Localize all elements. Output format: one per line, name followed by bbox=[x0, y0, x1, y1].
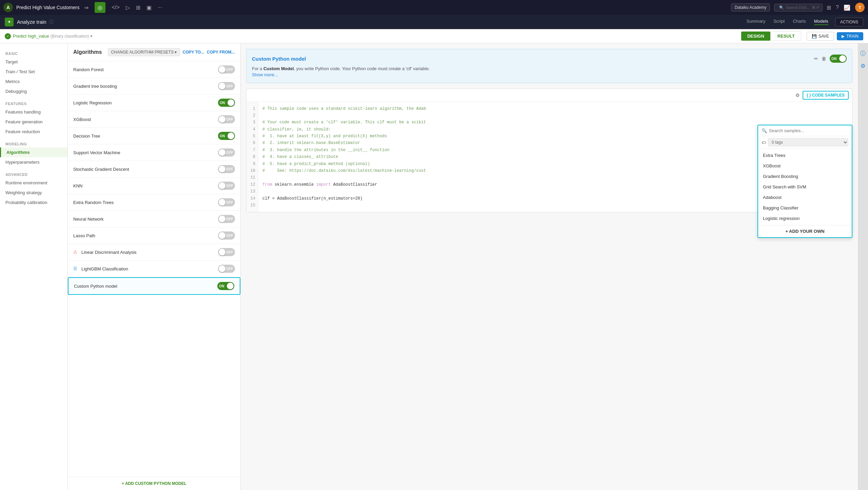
nav-play-icon[interactable]: ▷ bbox=[126, 4, 130, 11]
sidebar-item-target[interactable]: Target bbox=[0, 57, 67, 67]
algo-name: Lasso Path bbox=[73, 233, 218, 238]
academy-button[interactable]: Dataiku Academy bbox=[731, 3, 770, 12]
toggle-lasso-path[interactable]: OFF bbox=[218, 231, 235, 240]
code-samples-button[interactable]: { } CODE SAMPLES bbox=[803, 91, 849, 100]
sidebar-section-modeling: MODELING bbox=[0, 139, 67, 147]
algo-custom-python: Custom Python model ON bbox=[68, 277, 240, 295]
line-numbers: 123456789101112131415 bbox=[246, 102, 258, 212]
sidebar-item-runtime[interactable]: Runtime environment bbox=[0, 178, 67, 188]
add-custom-python-button[interactable]: + ADD CUSTOM PYTHON MODEL bbox=[68, 477, 240, 490]
model-card-toggle[interactable]: ON bbox=[830, 55, 847, 63]
help-icon[interactable]: ? bbox=[836, 4, 839, 11]
nav-models[interactable]: Models bbox=[814, 19, 828, 25]
algo-gradient-boosting: Gradient tree boosting OFF bbox=[68, 78, 240, 95]
algo-name: Extra Random Trees bbox=[73, 200, 218, 205]
algo-header: Algorithms CHANGE ALGORITHM PRESETS ▾ CO… bbox=[68, 43, 240, 61]
toggle-random-forest[interactable]: OFF bbox=[218, 65, 235, 74]
side-info-icon[interactable]: ⓘ bbox=[860, 50, 866, 57]
second-bar-nav: Summary Script Charts Models bbox=[747, 19, 828, 25]
binary-badge: (Binary classification) bbox=[51, 34, 89, 39]
sidebar-item-train-test[interactable]: Train / Test Set bbox=[0, 67, 67, 77]
sidebar-item-features-handling[interactable]: Features handling bbox=[0, 107, 67, 117]
toggle-decision-tree[interactable]: ON bbox=[218, 132, 235, 140]
toggle-logistic-regression[interactable]: ON bbox=[218, 99, 235, 107]
warning-icon: ⚠ bbox=[73, 249, 79, 255]
top-nav-right: ⊞ ? 📈 T bbox=[827, 3, 865, 12]
toggle-gradient-boosting[interactable]: OFF bbox=[218, 82, 235, 90]
sidebar-item-algorithms[interactable]: Algorithms bbox=[0, 147, 67, 157]
sidebar-item-metrics[interactable]: Metrics bbox=[0, 77, 67, 86]
dropdown-item-bagging[interactable]: Bagging Classifier bbox=[758, 203, 852, 213]
nav-more-icon[interactable]: ··· bbox=[158, 4, 162, 11]
nav-charts[interactable]: Charts bbox=[793, 19, 806, 25]
dropdown-item-grid-search-svm[interactable]: Grid Search with SVM bbox=[758, 182, 852, 192]
nav-code-icon[interactable]: </> bbox=[112, 4, 119, 11]
dropdown-item-xgboost[interactable]: XGBoost bbox=[758, 161, 852, 171]
show-more-link[interactable]: Show more... bbox=[252, 72, 847, 77]
toggle-svm[interactable]: OFF bbox=[218, 148, 235, 157]
model-card: Custom Python model ✏ 🗑 ON For a Custom … bbox=[246, 49, 852, 83]
sidebar-item-weighting[interactable]: Weighting strategy bbox=[0, 188, 67, 198]
tab-result[interactable]: RESULT bbox=[771, 31, 801, 41]
trend-icon[interactable]: 📈 bbox=[844, 4, 850, 11]
dropdown-search-input[interactable] bbox=[769, 128, 848, 133]
dropdown-footer: + ADD YOUR OWN bbox=[758, 225, 852, 237]
add-own-button[interactable]: + ADD YOUR OWN bbox=[785, 229, 824, 234]
dropdown-item-logistic[interactable]: Logistic regression bbox=[758, 213, 852, 224]
predict-name: Predict high_value bbox=[13, 34, 49, 39]
design-result-tabs: DESIGN RESULT bbox=[741, 31, 801, 41]
toggle-neural-network[interactable]: OFF bbox=[218, 215, 235, 223]
sidebar-item-hyperparameters[interactable]: Hyperparameters bbox=[0, 157, 67, 167]
dropdown-item-gradient-boosting[interactable]: Gradient Boosting bbox=[758, 171, 852, 182]
dropdown-arrow-icon[interactable]: ▾ bbox=[90, 34, 93, 39]
save-label: SAVE bbox=[818, 34, 829, 39]
sidebar-item-debugging[interactable]: Debugging bbox=[0, 86, 67, 96]
toggle-custom-python[interactable]: ON bbox=[217, 282, 234, 290]
copy-from-link[interactable]: COPY FROM... bbox=[207, 50, 235, 55]
tab-design[interactable]: DESIGN bbox=[741, 32, 770, 41]
toggle-sgd[interactable]: OFF bbox=[218, 165, 235, 173]
preset-button[interactable]: CHANGE ALGORITHM PRESETS ▾ bbox=[108, 48, 180, 56]
top-nav-icons: ⇒ ◎ </> ▷ ⊞ ▣ ··· bbox=[84, 2, 162, 13]
top-nav: A Predict High Value Customers ⇒ ◎ </> ▷… bbox=[0, 0, 868, 15]
page-help-icon[interactable]: ⓘ bbox=[49, 19, 54, 25]
sidebar-item-feature-generation[interactable]: Feature generation bbox=[0, 117, 67, 127]
algo-name: XGBoost bbox=[73, 117, 218, 122]
sidebar-item-probability[interactable]: Probability calibration bbox=[0, 198, 67, 207]
toggle-knn[interactable]: OFF bbox=[218, 182, 235, 190]
dropdown-item-extra-trees[interactable]: Extra Trees bbox=[758, 150, 852, 161]
train-button[interactable]: ▶ TRAIN bbox=[837, 32, 863, 40]
search-area[interactable]: 🔍 Search DSS... ⌘↑F bbox=[774, 4, 823, 12]
model-card-description: For a Custom Model, you write Python cod… bbox=[252, 65, 847, 72]
tag-icon: 🏷 bbox=[762, 140, 766, 145]
tags-select[interactable]: 0 tags bbox=[768, 138, 848, 146]
content-area: Algorithms CHANGE ALGORITHM PRESETS ▾ CO… bbox=[68, 43, 868, 490]
train-label: TRAIN bbox=[846, 34, 859, 39]
toggle-lda[interactable]: OFF bbox=[218, 248, 235, 256]
nav-monitor-icon[interactable]: ▣ bbox=[146, 4, 152, 11]
toggle-extra-trees[interactable]: OFF bbox=[218, 198, 235, 206]
dropdown-search: 🔍 bbox=[758, 125, 852, 136]
user-avatar[interactable]: T bbox=[855, 3, 865, 12]
edit-icon[interactable]: ✏ bbox=[814, 56, 818, 61]
delete-icon[interactable]: 🗑 bbox=[822, 56, 826, 61]
nav-active-icon[interactable]: ◎ bbox=[95, 2, 105, 13]
model-card-header: Custom Python model ✏ 🗑 ON bbox=[252, 55, 847, 63]
toggle-xgboost[interactable]: OFF bbox=[218, 115, 235, 123]
save-button[interactable]: 💾 SAVE bbox=[807, 32, 834, 41]
sidebar-item-feature-reduction[interactable]: Feature reduction bbox=[0, 127, 67, 137]
nav-route-icon[interactable]: ⇒ bbox=[84, 4, 88, 11]
grid-icon[interactable]: ⊞ bbox=[827, 4, 831, 11]
side-settings-icon[interactable]: ⚙ bbox=[861, 63, 865, 69]
toggle-lightgbm[interactable]: OFF bbox=[218, 265, 235, 273]
dropdown-item-adaboost[interactable]: Adaboost bbox=[758, 192, 852, 203]
actions-button[interactable]: ACTIONS bbox=[835, 18, 863, 26]
copy-to-link[interactable]: COPY TO... bbox=[183, 50, 204, 55]
gear-icon[interactable]: ⚙ bbox=[795, 93, 800, 98]
search-label: Search DSS... bbox=[786, 5, 810, 9]
nav-script[interactable]: Script bbox=[773, 19, 785, 25]
algo-lda: ⚠ Linear Discriminant Analysis OFF bbox=[68, 244, 240, 261]
nav-summary[interactable]: Summary bbox=[747, 19, 766, 25]
save-icon: 💾 bbox=[812, 34, 817, 39]
nav-deploy-icon[interactable]: ⊞ bbox=[136, 4, 140, 11]
